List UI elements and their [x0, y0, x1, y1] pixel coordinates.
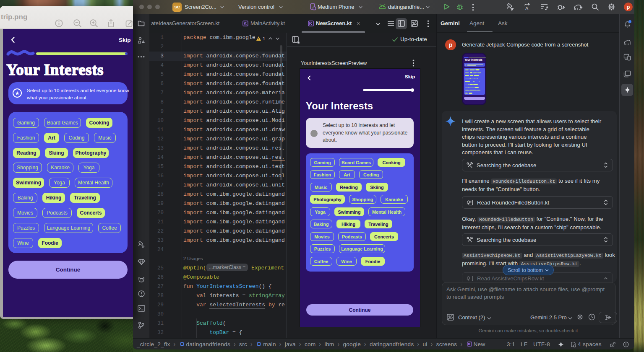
svg-text:A: A — [525, 6, 529, 11]
